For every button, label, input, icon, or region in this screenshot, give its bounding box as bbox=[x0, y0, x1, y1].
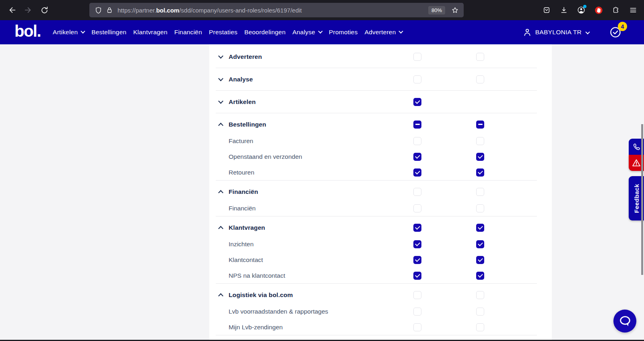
page-scrollbar[interactable] bbox=[641, 124, 643, 275]
person-icon bbox=[522, 27, 532, 37]
nav-menu: Artikelen Bestellingen Klantvragen Finan… bbox=[53, 29, 402, 36]
checkbox-column-2[interactable] bbox=[476, 153, 484, 161]
nav-item-label: Bestellingen bbox=[91, 29, 126, 36]
permission-row: Financiën bbox=[209, 200, 552, 216]
extensions-puzzle-icon[interactable] bbox=[609, 3, 623, 17]
checkbox-column-2[interactable] bbox=[476, 323, 484, 331]
permission-label: Logistiek via bol.com bbox=[229, 291, 293, 299]
chevron-down-icon bbox=[399, 29, 403, 33]
nav-menu-item[interactable]: Beoordelingen bbox=[244, 29, 286, 36]
expand-chevron-icon[interactable] bbox=[218, 293, 223, 298]
notification-count-badge: 4 bbox=[618, 22, 627, 31]
checkbox-column-2[interactable] bbox=[476, 256, 484, 264]
checkbox-column-2[interactable] bbox=[476, 224, 484, 232]
checkbox-column-1[interactable] bbox=[413, 291, 421, 299]
permission-row: Adverteren bbox=[209, 46, 552, 68]
chat-bubble-button[interactable] bbox=[613, 310, 636, 333]
chevron-down-icon[interactable] bbox=[585, 30, 590, 34]
checkbox-column-1[interactable] bbox=[413, 137, 421, 145]
checkbox-column-2[interactable] bbox=[476, 168, 484, 177]
permission-row: Financiën bbox=[209, 181, 552, 203]
checkbox-column-1[interactable] bbox=[413, 98, 421, 106]
nav-menu-item[interactable]: Adverteren bbox=[365, 29, 403, 36]
checkbox-column-2[interactable] bbox=[476, 121, 484, 129]
nav-menu-item[interactable]: Artikelen bbox=[53, 29, 85, 36]
nav-item-label: Beoordelingen bbox=[244, 29, 286, 36]
expand-chevron-icon[interactable] bbox=[218, 98, 223, 104]
checkbox-column-2[interactable] bbox=[476, 75, 484, 83]
nav-menu-item[interactable]: Klantvragen bbox=[133, 29, 167, 36]
checkbox-column-1[interactable] bbox=[413, 240, 421, 248]
nav-menu-item[interactable]: Prestaties bbox=[209, 29, 237, 36]
bol-logo[interactable]: bol. bbox=[14, 22, 41, 40]
checkbox-column-1[interactable] bbox=[413, 323, 421, 331]
checkbox-column-1[interactable] bbox=[413, 308, 421, 316]
nav-menu-item[interactable]: Analyse bbox=[293, 29, 322, 36]
permission-label: Financiën bbox=[229, 188, 258, 195]
checkbox-column-1[interactable] bbox=[413, 272, 421, 280]
checkbox-column-1[interactable] bbox=[413, 53, 421, 61]
expand-chevron-icon[interactable] bbox=[218, 190, 223, 195]
account-icon[interactable] bbox=[574, 3, 588, 17]
permission-label: Openstaand en verzonden bbox=[229, 153, 302, 160]
checkbox-column-1[interactable] bbox=[413, 256, 421, 264]
nav-item-label: Adverteren bbox=[365, 29, 396, 36]
permissions-panel: Adverteren Analyse Artikelen Bestellinge… bbox=[209, 44, 552, 340]
blocker-hand-icon[interactable] bbox=[592, 3, 605, 17]
checkbox-column-1[interactable] bbox=[413, 224, 421, 232]
tasks-check-icon[interactable]: 4 bbox=[609, 25, 622, 39]
permission-row: NPS na klantcontact bbox=[209, 268, 552, 283]
checkbox-column-2[interactable] bbox=[476, 291, 484, 299]
checkbox-column-1[interactable] bbox=[413, 153, 421, 161]
shield-icon[interactable] bbox=[93, 4, 104, 16]
browser-toolbar: https://partner.bol.com/sdd/company/user… bbox=[0, 0, 644, 20]
checkbox-column-2[interactable] bbox=[476, 204, 484, 212]
forward-button[interactable] bbox=[22, 4, 35, 17]
permission-label: Klantcontact bbox=[229, 256, 263, 264]
permission-label: Adverteren bbox=[229, 53, 262, 60]
nav-menu-item[interactable]: Promoties bbox=[329, 29, 358, 36]
expand-chevron-icon[interactable] bbox=[218, 53, 223, 58]
lock-icon[interactable] bbox=[104, 4, 115, 16]
checkbox-column-1[interactable] bbox=[413, 121, 421, 129]
checkbox-column-1[interactable] bbox=[413, 204, 421, 212]
checkbox-column-1[interactable] bbox=[413, 75, 421, 83]
permission-row: Retouren bbox=[209, 164, 552, 180]
bookmark-star-icon[interactable] bbox=[449, 4, 460, 16]
permission-label: Lvb voorraadstanden & rapportages bbox=[229, 308, 328, 315]
checkbox-column-1[interactable] bbox=[413, 168, 421, 177]
nav-item-label: Prestaties bbox=[209, 29, 237, 36]
url-text: https://partner.bol.com/sdd/company/user… bbox=[118, 7, 428, 14]
checkbox-column-2[interactable] bbox=[476, 188, 484, 196]
nav-item-label: Analyse bbox=[293, 29, 316, 36]
account-name[interactable]: BABYLONIA TR bbox=[535, 29, 582, 36]
checkbox-column-2[interactable] bbox=[476, 240, 484, 248]
pocket-save-icon[interactable] bbox=[540, 3, 553, 17]
url-bar[interactable]: https://partner.bol.com/sdd/company/user… bbox=[89, 3, 464, 17]
permission-row: Artikelen bbox=[209, 91, 552, 113]
permission-label: NPS na klantcontact bbox=[229, 272, 285, 279]
permission-row: Klantcontact bbox=[209, 252, 552, 268]
permission-row: Facturen bbox=[209, 133, 552, 149]
checkbox-column-2[interactable] bbox=[476, 272, 484, 280]
back-button[interactable] bbox=[6, 4, 19, 17]
expand-chevron-icon[interactable] bbox=[218, 226, 223, 231]
permission-label: Bestellingen bbox=[229, 121, 266, 128]
checkbox-column-2[interactable] bbox=[476, 308, 484, 316]
checkbox-column-2[interactable] bbox=[476, 137, 484, 145]
nav-account-area: BABYLONIA TR 4 bbox=[522, 25, 622, 39]
expand-chevron-icon[interactable] bbox=[218, 123, 223, 128]
nav-menu-item[interactable]: Bestellingen bbox=[91, 29, 126, 36]
download-icon[interactable] bbox=[557, 3, 571, 17]
menu-hamburger-icon[interactable] bbox=[626, 3, 640, 17]
expand-chevron-icon[interactable] bbox=[218, 76, 223, 81]
checkbox-column-1[interactable] bbox=[413, 188, 421, 196]
page-background: Adverteren Analyse Artikelen Bestellinge… bbox=[0, 44, 644, 340]
zoom-level-badge[interactable]: 80% bbox=[428, 6, 445, 15]
nav-menu-item[interactable]: Financiën bbox=[174, 29, 202, 36]
nav-item-label: Klantvragen bbox=[133, 29, 167, 36]
checkbox-column-2[interactable] bbox=[476, 53, 484, 61]
reload-button[interactable] bbox=[38, 4, 51, 17]
permission-row: Openstaand en verzonden bbox=[209, 149, 552, 164]
permission-label: Klantvragen bbox=[229, 224, 265, 231]
